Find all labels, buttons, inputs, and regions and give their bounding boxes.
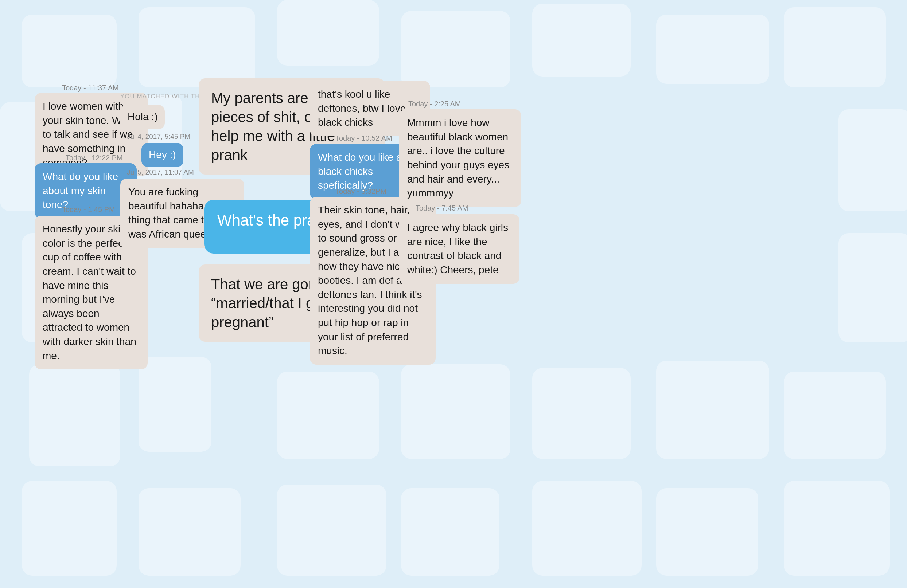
- timestamp-2: Today - 12:22 PM: [66, 154, 123, 162]
- timestamp-jul4: Jul 4, 2017, 5:45 PM: [127, 133, 190, 141]
- timestamp-1052: Today - 10:52 AM: [335, 134, 392, 142]
- bubble-contrast: I agree why black girls are nice, I like…: [399, 214, 519, 284]
- timestamp-3: Today - 1:45 PM: [62, 206, 115, 214]
- bubble-hey: Hey :): [141, 143, 183, 167]
- timestamp-jul5: Jul 5, 2017, 11:07 AM: [127, 168, 194, 176]
- timestamp-745: Today - 7:45 AM: [416, 204, 468, 213]
- timestamp-332: Today - 3:32PM: [335, 187, 386, 196]
- bubble-beautiful-black-women: Mmmm i love how beautiful black women ar…: [399, 109, 521, 207]
- bubble-hola: Hola :): [120, 105, 165, 129]
- timestamp-1: Today - 11:37 AM: [62, 84, 119, 92]
- timestamp-225: Today - 2:25 AM: [408, 100, 461, 108]
